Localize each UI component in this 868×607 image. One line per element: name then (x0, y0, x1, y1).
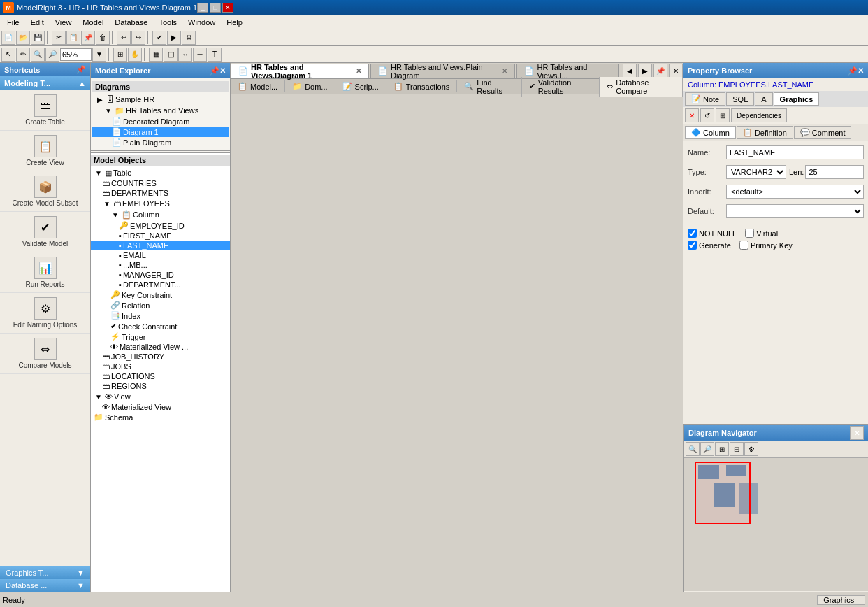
shortcut-create-model-subset[interactable]: 📦 Create Model Subset (0, 171, 90, 212)
tree-index[interactable]: 📑 Index (91, 310, 230, 321)
pb-subtab-comment[interactable]: 💬 Comment (794, 126, 852, 139)
menu-view[interactable]: View (50, 17, 78, 28)
tb-delete[interactable]: 🗑 (96, 31, 110, 45)
pb-tab-graphics[interactable]: Graphics (774, 92, 820, 106)
menu-help[interactable]: Help (221, 17, 248, 28)
tree-mat-view[interactable]: 👁 Materialized View ... (91, 342, 230, 352)
dn-fit[interactable]: ⊞ (715, 442, 729, 456)
menu-edit[interactable]: Edit (25, 17, 50, 28)
pb-primary-key-checkbox[interactable] (739, 241, 748, 250)
pb-tab-sql[interactable]: SQL (726, 92, 754, 106)
modeling-group[interactable]: Modeling T... ▲ (0, 76, 90, 90)
zoom-input[interactable] (60, 48, 92, 61)
tb-paste[interactable]: 📌 (81, 31, 95, 45)
bottom-tab-model[interactable]: 📋 Model... (231, 80, 285, 92)
graphics-toggle[interactable]: Graphics T... ▼ (0, 566, 90, 579)
tree-department[interactable]: ▪ DEPARTMENT... (91, 280, 230, 290)
tb-text[interactable]: T (208, 48, 222, 62)
tb-copy[interactable]: 📋 (66, 31, 80, 45)
menu-window[interactable]: Window (182, 17, 221, 28)
tb-draw[interactable]: ✏ (16, 48, 30, 62)
shortcut-run-reports[interactable]: 📊 Run Reports (0, 252, 90, 293)
maximize-button[interactable]: □ (210, 3, 221, 13)
pb-tab-a[interactable]: A (755, 92, 772, 106)
tab-diagram1-close[interactable]: ✕ (356, 67, 361, 75)
shortcut-edit-naming[interactable]: ⚙ Edit Naming Options (0, 293, 90, 334)
minimize-button[interactable]: _ (197, 3, 208, 13)
tab-plain-diagram[interactable]: 📄 HR Tables and Views.Plain Diagram ✕ (370, 64, 515, 78)
bottom-tab-find[interactable]: 🔍 Find Results (457, 77, 521, 97)
tb-settings[interactable]: ⚙ (182, 31, 196, 45)
tb-redo[interactable]: ↪ (131, 31, 145, 45)
tb-zoom-in[interactable]: 🔍 (31, 48, 45, 62)
pb-subtab-definition[interactable]: 📋 Definition (737, 126, 793, 139)
tb-table[interactable]: ▦ (149, 48, 163, 62)
pb-generate-checkbox[interactable] (688, 241, 697, 250)
tree-job-history[interactable]: 🗃 JOB_HISTORY (91, 352, 230, 362)
tree-hr-tables[interactable]: ▼ 📁 HR Tables and Views (92, 105, 229, 116)
dn-controls[interactable]: ✕ (850, 426, 864, 440)
shortcut-create-table[interactable]: 🗃 Create Table (0, 90, 90, 131)
tb-line[interactable]: ─ (193, 48, 207, 62)
bottom-tab-validation[interactable]: ✔ Validation Results (522, 77, 600, 97)
tree-employee-id[interactable]: 🔑 EMPLOYEE_ID (91, 220, 230, 231)
tree-last-name[interactable]: ▪ LAST_NAME (91, 241, 230, 250)
tree-locations[interactable]: 🗃 LOCATIONS (91, 371, 230, 381)
tree-diagram1[interactable]: 📄 Diagram 1 (92, 127, 229, 137)
pb-type-select[interactable]: VARCHAR2 NUMBER DATE (726, 165, 786, 179)
pb-not-null-checkbox[interactable] (688, 229, 697, 238)
shortcut-validate-model[interactable]: ✔ Validate Model (0, 212, 90, 252)
dn-close[interactable]: ✕ (850, 426, 864, 440)
window-controls[interactable]: _ □ ✕ (197, 3, 233, 13)
tree-departments[interactable]: 🗃 DEPARTMENTS (91, 188, 230, 198)
tree-employees[interactable]: ▼ 🗃 EMPLOYEES (91, 198, 230, 209)
shortcut-create-view[interactable]: 📋 Create View (0, 131, 90, 171)
nav-mini-canvas[interactable] (684, 458, 868, 591)
tb-run[interactable]: ▶ (167, 31, 181, 45)
dn-options[interactable]: ⚙ (744, 442, 758, 456)
tree-relation[interactable]: 🔗 Relation (91, 300, 230, 310)
pb-dependencies-btn[interactable]: Dependencies (731, 108, 787, 122)
pb-close-btn[interactable]: ✕ (685, 108, 699, 122)
bottom-tab-scrip[interactable]: 📝 Scrip... (335, 80, 386, 92)
menu-tools[interactable]: Tools (153, 17, 182, 28)
dn-zoom-in[interactable]: 🔍 (686, 442, 700, 456)
pb-virtual-label[interactable]: Virtual (745, 229, 778, 238)
tree-view[interactable]: ▼ 👁 View (91, 391, 230, 402)
dn-zoom-out[interactable]: 🔎 (700, 442, 714, 456)
tb-fit[interactable]: ⊞ (113, 48, 127, 62)
tb-undo[interactable]: ↩ (117, 31, 131, 45)
tree-mat-view-2[interactable]: 👁 Materialized View (91, 402, 230, 412)
tree-sample-hr[interactable]: ▶ 🗄 Sample HR (92, 94, 229, 105)
tb-zoom-dropdown[interactable]: ▼ (92, 48, 106, 62)
pb-tab-note[interactable]: 📝 Note (685, 92, 725, 106)
database-toggle[interactable]: Database ... ▼ (0, 579, 90, 592)
pb-reset-btn[interactable]: ↺ (700, 108, 714, 122)
tree-manager-id[interactable]: ▪ MANAGER_ID (91, 270, 230, 280)
tb-hand[interactable]: ✋ (128, 48, 142, 62)
bottom-tab-db-compare[interactable]: ⇔ Database Compare (600, 77, 683, 97)
tab-plain-close[interactable]: ✕ (502, 67, 507, 75)
pb-len-input[interactable] (805, 165, 864, 179)
tree-regions[interactable]: 🗃 REGIONS (91, 381, 230, 391)
tree-countries[interactable]: 🗃 COUNTRIES (91, 178, 230, 188)
pb-generate-label[interactable]: Generate (688, 241, 731, 250)
tree-trigger[interactable]: ⚡ Trigger (91, 331, 230, 342)
pb-primary-key-label[interactable]: Primary Key (739, 241, 793, 250)
tab-scroll-right[interactable]: ▶ (638, 64, 652, 78)
pb-default-select[interactable] (726, 204, 864, 218)
menu-database[interactable]: Database (109, 17, 153, 28)
dn-grid[interactable]: ⊟ (730, 442, 744, 456)
pb-subtab-column[interactable]: 🔷 Column (685, 126, 736, 139)
tb-open[interactable]: 📂 (16, 31, 30, 45)
bottom-tab-transactions[interactable]: 📋 Transactions (386, 80, 458, 92)
menu-file[interactable]: File (1, 17, 25, 28)
tb-view[interactable]: ◫ (164, 48, 178, 62)
pb-grid-btn[interactable]: ⊞ (716, 108, 730, 122)
tb-relation[interactable]: ↔ (178, 48, 192, 62)
tb-select[interactable]: ↖ (1, 48, 15, 62)
tb-validate[interactable]: ✔ (152, 31, 166, 45)
tb-save[interactable]: 💾 (31, 31, 45, 45)
pb-name-input[interactable] (726, 145, 864, 159)
tree-first-name[interactable]: ▪ FIRST_NAME (91, 231, 230, 241)
